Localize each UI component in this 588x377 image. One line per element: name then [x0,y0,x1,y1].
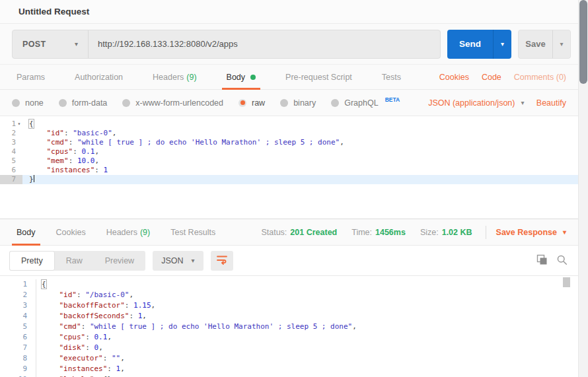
response-toolbar: Pretty Raw Preview JSON ▾ [0,246,578,276]
code-line[interactable]: 7} [0,175,578,184]
page-scrollbar[interactable] [578,0,588,377]
send-button[interactable]: Send [447,30,493,59]
line-number-gutter: 3 [0,300,36,311]
code-line[interactable]: 5 "cmd": "while [ true ] ; do echo 'Hell… [0,322,578,332]
beautify-link[interactable]: Beautify [536,98,566,108]
line-number-gutter: 2 [0,290,36,300]
response-tab-test-results[interactable]: Test Results [166,219,220,245]
code-line[interactable]: 2 "id": "basic-0", [0,129,578,138]
code-line[interactable]: 4 "cpus": 0.1, [0,147,578,156]
radio-icon [331,99,339,107]
radio-graphql[interactable]: GraphQL BETA [331,98,400,108]
code-line[interactable]: 8 "executor": "", [0,353,578,364]
response-stats: Status:201 Created Time:1456ms Size:1.02… [246,219,566,245]
response-scrollbar-thumb[interactable] [563,277,570,287]
response-tab-body[interactable]: Body [12,219,40,245]
segment-pretty[interactable]: Pretty [9,251,55,271]
response-meta-bar: Body Cookies Headers (9) Test Results St… [0,219,578,246]
search-icon [556,254,568,267]
comments-link[interactable]: Comments (0) [514,73,566,82]
code-line[interactable]: 5 "mem": 10.0, [0,156,578,166]
body-content-dot-icon [250,75,256,80]
send-button-group: Send ▾ [447,30,511,59]
response-body-editor[interactable]: 1{2 "id": "/basic-0",3 "backoffFactor": … [0,276,578,377]
search-button[interactable] [556,254,568,267]
response-tab-cookies[interactable]: Cookies [52,219,91,245]
wrap-lines-icon [216,254,228,267]
line-number-gutter: 3 [0,138,22,147]
code-line[interactable]: 9 "instances": 1, [0,364,578,374]
code-line[interactable]: 2 "id": "/basic-0", [0,290,578,300]
time-value: 1456ms [375,228,406,237]
radio-icon [122,99,130,107]
code-line[interactable]: 10 "labels": {}, [0,374,578,377]
tab-tests[interactable]: Tests [377,65,406,89]
radio-raw[interactable]: raw [239,98,265,108]
line-number-gutter: 10 [0,374,36,377]
response-tab-headers[interactable]: Headers (9) [102,219,155,245]
code-line[interactable]: 1{ [0,279,578,290]
text-cursor [34,175,34,182]
headers-count-badge: (9) [186,73,196,82]
request-tabs: Params Authorization Headers (9) Body Pr… [0,65,578,90]
code-line[interactable]: 6 "cpus": 0.1, [0,332,578,343]
code-link[interactable]: Code [482,73,501,82]
time-stat: Time:1456ms [351,228,406,237]
save-options-button[interactable]: ▾ [552,30,571,59]
send-options-button[interactable]: ▾ [493,30,511,59]
tab-params[interactable]: Params [12,65,50,89]
cookies-link[interactable]: Cookies [439,73,469,82]
radio-binary[interactable]: binary [280,98,316,108]
method-select[interactable]: POST ▾ [13,30,89,58]
line-number-gutter: 5 [0,322,36,332]
request-body-editor[interactable]: 1▾{2 "id": "basic-0",3 "cmd": "while [ t… [0,116,578,219]
code-line[interactable]: 3 "cmd": "while [ true ] ; do echo 'Hell… [0,138,578,147]
copy-icon [536,254,548,267]
url-input[interactable] [89,30,440,58]
page-scrollbar-thumb[interactable] [579,0,587,84]
line-number-gutter: 1 [0,279,36,290]
save-button[interactable]: Save [518,30,552,59]
line-number-gutter: 7 [0,343,36,353]
radio-form-data[interactable]: form-data [59,98,108,108]
code-line[interactable]: 6 "instances": 1 [0,166,578,175]
request-url-bar: POST ▾ Send ▾ Save ▾ [0,24,578,65]
copy-button[interactable] [536,254,548,267]
line-number-gutter: 6 [0,166,22,175]
radio-selected-icon [239,99,246,107]
size-value: 1.02 KB [442,228,472,237]
postman-request-window: Untitled Request POST ▾ Send ▾ Save ▾ Pa… [0,0,578,377]
divider [486,226,486,239]
save-response-button[interactable]: Save Response ▾ [496,228,566,237]
tab-pre-request-script[interactable]: Pre-request Script [281,65,357,89]
status-stat: Status:201 Created [261,228,337,237]
code-line[interactable]: 7 "disk": 0, [0,343,578,353]
line-number-gutter: 9 [0,364,36,374]
radio-none[interactable]: none [12,98,44,108]
line-number-gutter: 1▾ [0,120,22,129]
line-number-gutter: 5 [0,156,22,166]
response-headers-count-badge: (9) [140,228,150,237]
segment-preview[interactable]: Preview [94,251,145,271]
code-line[interactable]: 1▾{ [0,120,578,129]
code-line[interactable]: 4 "backoffSeconds": 1, [0,311,578,322]
segment-raw[interactable]: Raw [55,251,94,271]
code-line[interactable]: 3 "backoffFactor": 1.15, [0,300,578,311]
wrap-lines-button[interactable] [211,251,233,271]
tab-headers[interactable]: Headers (9) [148,65,202,89]
chevron-down-icon: ▾ [501,40,504,48]
tab-body[interactable]: Body [222,65,261,89]
line-number-gutter: 4 [0,147,22,156]
chevron-down-icon: ▾ [563,229,566,236]
line-number-gutter: 8 [0,353,36,364]
method-url-group: POST ▾ [12,30,441,59]
size-stat: Size:1.02 KB [420,228,472,237]
tab-authorization[interactable]: Authorization [70,65,128,89]
fold-arrow-icon[interactable]: ▾ [16,120,22,129]
line-number-gutter: 2 [0,129,22,138]
view-mode-switch: Pretty Raw Preview [9,251,145,271]
chevron-down-icon: ▾ [75,41,78,48]
content-type-selector[interactable]: JSON (application/json) ▾ [428,98,524,108]
response-format-dropdown[interactable]: JSON ▾ [153,251,203,271]
radio-x-www-form-urlencoded[interactable]: x-www-form-urlencoded [122,98,223,108]
